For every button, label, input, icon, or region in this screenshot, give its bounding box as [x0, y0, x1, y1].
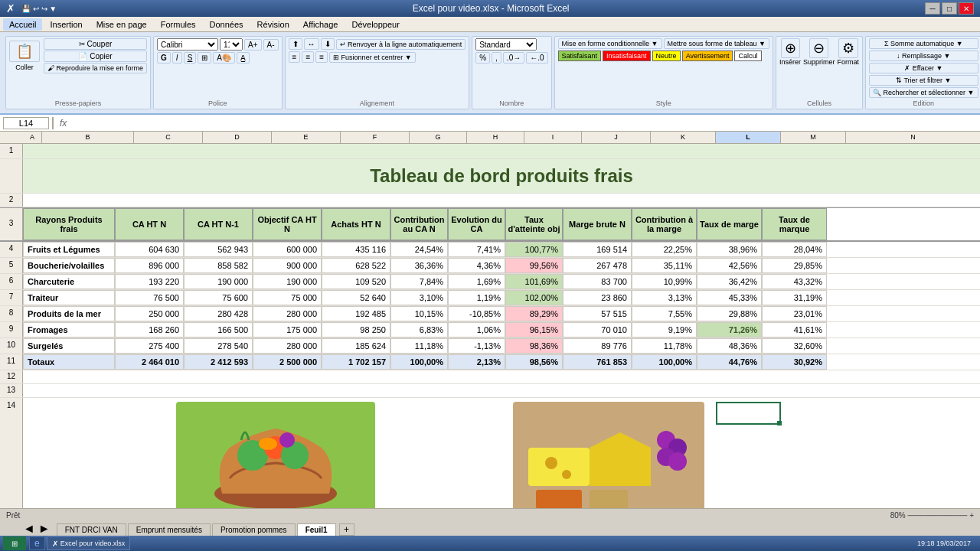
menu-accueil[interactable]: Accueil	[3, 18, 42, 31]
minimize-button[interactable]: ─	[925, 2, 940, 15]
menu-insertion[interactable]: Insertion	[44, 18, 88, 31]
table-row: 11 Totaux 2 464 010 2 412 593 2 500 000 …	[0, 354, 980, 370]
cell-taux-marge: 36,42%	[697, 274, 762, 289]
decrease-font-button[interactable]: A-	[263, 39, 279, 51]
merge-center-button[interactable]: ⊞ Fusionner et centrer ▼	[329, 52, 415, 63]
align-right-button[interactable]: ≡	[315, 51, 328, 63]
taskbar-ie[interactable]: e	[29, 536, 45, 550]
align-bottom-button[interactable]: ⬇	[321, 38, 335, 50]
fill-color-button[interactable]: A🎨	[213, 52, 235, 64]
header-taux-att: Taux d'atteinte obj	[505, 208, 563, 240]
status-bar: Prêt 80% ─────────── +	[0, 508, 980, 522]
start-button[interactable]: ⊞	[3, 536, 26, 550]
inserer-button[interactable]: ⊕	[781, 38, 800, 58]
menu-revision[interactable]: Révision	[251, 18, 296, 31]
somme-auto-button[interactable]: Σ Somme automatique ▼	[869, 38, 978, 49]
ribbon-group-cellules: ⊕ Insérer ⊖ Supprimer ⚙ Format Cellules	[776, 36, 863, 109]
add-sheet-button[interactable]: +	[339, 523, 354, 536]
ribbon-group-edition: Σ Somme automatique ▼ ↓ Remplissage ▼ ✗ …	[865, 36, 980, 109]
trier-filtrer-button[interactable]: ⇅ Trier et filtrer ▼	[869, 75, 978, 86]
col-header-M: M	[781, 132, 846, 143]
comma-button[interactable]: ,	[492, 52, 501, 64]
menu-donnees[interactable]: Données	[204, 18, 250, 31]
cell-contrib-ca: 36,36%	[390, 258, 448, 273]
effacer-button[interactable]: ✗ Effacer ▼	[869, 63, 978, 73]
decrease-decimal-button[interactable]: ←.0	[526, 52, 547, 64]
cell-taux-att: 98,56%	[505, 354, 563, 370]
restore-button[interactable]: □	[942, 2, 957, 15]
inserer-label: Insérer	[779, 58, 801, 66]
format-button[interactable]: ⚙	[838, 38, 858, 58]
align-middle-button[interactable]: ↔	[304, 38, 319, 50]
font-size-select[interactable]: 11	[220, 38, 243, 51]
remplissage-button[interactable]: ↓ Remplissage ▼	[869, 51, 978, 61]
font-color-button[interactable]: A̲	[237, 52, 250, 64]
sheet-tabs: ◄ ► FNT DRCI VAN Emprunt mensuités Promo…	[0, 522, 980, 536]
row-num-3: 3	[0, 208, 23, 240]
align-center-button[interactable]: ≡	[302, 51, 314, 63]
menu-developpeur[interactable]: Développeur	[345, 18, 405, 31]
cell-marge: 70 010	[563, 322, 632, 337]
cell-achats: 435 116	[322, 242, 390, 257]
svg-rect-16	[536, 490, 582, 509]
table-row: 6 Charcuterie 193 220 190 000 190 000 10…	[0, 274, 980, 290]
header-obj: Objectif CA HT N	[253, 208, 322, 240]
percent-button[interactable]: %	[475, 52, 490, 64]
underline-button[interactable]: S	[184, 52, 197, 64]
cell-obj: 600 000	[253, 242, 322, 257]
sheet-tab-emprunt[interactable]: Emprunt mensuités	[128, 523, 211, 536]
menu-mise-en-page[interactable]: Mise en page	[90, 18, 153, 31]
number-format-select[interactable]: Standard	[475, 38, 537, 51]
cell-taux-marge: 48,36%	[697, 338, 762, 354]
font-family-select[interactable]: Calibri	[157, 38, 218, 51]
align-top-button[interactable]: ⬆	[289, 38, 302, 50]
window-controls[interactable]: ─ □ ✕	[925, 2, 974, 15]
col-header-L: L	[716, 132, 781, 143]
selected-cell-L14[interactable]	[716, 402, 781, 425]
cell-reference-input[interactable]	[3, 117, 49, 129]
style-insatisfaisant[interactable]: Insatisfaisant	[603, 51, 651, 61]
coller-label: Coller	[9, 64, 40, 71]
cell-taux-att: 100,77%	[505, 242, 563, 257]
menu-formules[interactable]: Formules	[155, 18, 202, 31]
close-button[interactable]: ✕	[959, 2, 974, 15]
wrap-text-button[interactable]: ↵ Renvoyer à la ligne automatiquement	[336, 39, 466, 50]
cell-taux-marge: 38,96%	[697, 242, 762, 257]
style-calcul[interactable]: Calcul	[734, 51, 761, 61]
sheet-tab-fnt[interactable]: FNT DRCI VAN	[57, 523, 126, 536]
menu-affichage[interactable]: Affichage	[297, 18, 345, 31]
taskbar-excel[interactable]: ✗ Excel pour video.xlsx	[47, 536, 131, 550]
copier-button[interactable]: 📄 Copier	[44, 51, 147, 62]
formula-input[interactable]	[73, 119, 977, 128]
supprimer-button[interactable]: ⊖	[809, 38, 828, 58]
cell-taux-marque: 31,19%	[762, 290, 827, 305]
cell-ca-n: 896 000	[115, 258, 184, 273]
cell-taux-att: 89,29%	[505, 306, 563, 321]
style-neutre[interactable]: Neutre	[652, 51, 681, 61]
sheet-tab-feuil1[interactable]: Feuil1	[297, 523, 336, 536]
couper-button[interactable]: ✂ Couper	[44, 38, 147, 50]
increase-decimal-button[interactable]: .0→	[503, 52, 524, 64]
italic-button[interactable]: I	[172, 52, 182, 64]
row-num-13: 13	[0, 384, 23, 397]
sheet-tab-promotion[interactable]: Promotion pommes	[212, 523, 296, 536]
bold-button[interactable]: G	[157, 52, 171, 64]
border-button[interactable]: ⊞	[198, 52, 211, 64]
coller-button[interactable]: 📋	[9, 41, 40, 62]
style-satisfaisant[interactable]: Satisfaisant	[558, 51, 602, 61]
cell-obj: 280 000	[253, 306, 322, 321]
sheet-nav-right[interactable]: ►	[38, 522, 51, 536]
increase-font-button[interactable]: A+	[244, 39, 262, 51]
style-avertissement[interactable]: Avertissement	[682, 51, 733, 61]
cell-obj: 175 000	[253, 322, 322, 337]
col-header-C: C	[134, 132, 203, 143]
cell-contrib-ca: 7,84%	[390, 274, 448, 289]
rechercher-button[interactable]: 🔍 Rechercher et sélectionner ▼	[869, 87, 978, 98]
sheet-nav-left[interactable]: ◄	[23, 522, 35, 536]
cell-taux-marge: 42,56%	[697, 258, 762, 273]
table-row: 8 Produits de la mer 250 000 280 428 280…	[0, 306, 980, 322]
align-left-button[interactable]: ≡	[289, 51, 301, 63]
mise-en-forme-cond-button[interactable]: Mise en forme conditionnelle ▼	[558, 38, 662, 49]
mettre-sous-forme-button[interactable]: Mettre sous forme de tableau ▼	[664, 38, 769, 49]
reproduire-button[interactable]: 🖌 Reproduire la mise en forme	[44, 63, 147, 73]
